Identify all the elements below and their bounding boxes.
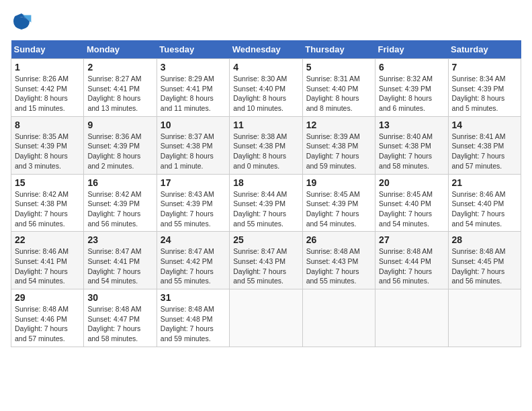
calendar-day-header: Tuesday	[157, 40, 229, 59]
calendar-cell: 5Sunrise: 8:31 AMSunset: 4:40 PMDaylight…	[302, 59, 375, 117]
calendar-cell: 21Sunrise: 8:46 AMSunset: 4:40 PMDayligh…	[448, 174, 521, 232]
calendar-day-header: Thursday	[302, 40, 375, 59]
cell-info: Sunrise: 8:45 AMSunset: 4:39 PMDaylight:…	[306, 189, 371, 229]
calendar-cell: 27Sunrise: 8:48 AMSunset: 4:44 PMDayligh…	[375, 232, 448, 289]
cell-info: Sunrise: 8:48 AMSunset: 4:46 PMDaylight:…	[15, 304, 80, 344]
cell-info: Sunrise: 8:47 AMSunset: 4:41 PMDaylight:…	[87, 246, 152, 286]
calendar-cell: 22Sunrise: 8:46 AMSunset: 4:41 PMDayligh…	[11, 232, 84, 289]
calendar-cell: 11Sunrise: 8:38 AMSunset: 4:38 PMDayligh…	[230, 116, 302, 174]
calendar-week-row: 8Sunrise: 8:35 AMSunset: 4:39 PMDaylight…	[11, 116, 521, 174]
calendar-cell: 2Sunrise: 8:27 AMSunset: 4:41 PMDaylight…	[84, 59, 157, 117]
calendar-table: SundayMondayTuesdayWednesdayThursdayFrid…	[11, 40, 521, 347]
day-number: 10	[161, 120, 226, 130]
calendar-cell: 12Sunrise: 8:39 AMSunset: 4:38 PMDayligh…	[302, 116, 375, 174]
day-number: 12	[306, 120, 371, 130]
cell-info: Sunrise: 8:34 AMSunset: 4:39 PMDaylight:…	[452, 74, 517, 113]
cell-info: Sunrise: 8:35 AMSunset: 4:39 PMDaylight:…	[15, 132, 80, 171]
cell-info: Sunrise: 8:46 AMSunset: 4:41 PMDaylight:…	[15, 246, 80, 286]
calendar-cell: 19Sunrise: 8:45 AMSunset: 4:39 PMDayligh…	[302, 174, 375, 232]
cell-info: Sunrise: 8:46 AMSunset: 4:40 PMDaylight:…	[452, 189, 517, 229]
logo	[11, 11, 35, 32]
page-container: SundayMondayTuesdayWednesdayThursdayFrid…	[11, 11, 521, 347]
cell-info: Sunrise: 8:48 AMSunset: 4:48 PMDaylight:…	[161, 304, 226, 344]
cell-info: Sunrise: 8:31 AMSunset: 4:40 PMDaylight:…	[306, 74, 371, 113]
cell-info: Sunrise: 8:26 AMSunset: 4:42 PMDaylight:…	[15, 74, 80, 113]
calendar-week-row: 1Sunrise: 8:26 AMSunset: 4:42 PMDaylight…	[11, 59, 521, 117]
day-number: 7	[452, 62, 517, 73]
calendar-cell: 4Sunrise: 8:30 AMSunset: 4:40 PMDaylight…	[230, 59, 302, 117]
day-number: 25	[233, 234, 298, 245]
day-number: 2	[87, 62, 152, 73]
cell-info: Sunrise: 8:43 AMSunset: 4:39 PMDaylight:…	[161, 189, 226, 229]
calendar-cell: 14Sunrise: 8:41 AMSunset: 4:38 PMDayligh…	[448, 116, 521, 174]
cell-info: Sunrise: 8:48 AMSunset: 4:43 PMDaylight:…	[306, 246, 371, 286]
day-number: 17	[161, 177, 226, 188]
cell-info: Sunrise: 8:30 AMSunset: 4:40 PMDaylight:…	[233, 74, 298, 113]
day-number: 31	[161, 292, 226, 303]
calendar-week-row: 15Sunrise: 8:42 AMSunset: 4:38 PMDayligh…	[11, 174, 521, 232]
calendar-cell: 1Sunrise: 8:26 AMSunset: 4:42 PMDaylight…	[11, 59, 84, 117]
calendar-cell: 6Sunrise: 8:32 AMSunset: 4:39 PMDaylight…	[375, 59, 448, 117]
calendar-cell: 30Sunrise: 8:48 AMSunset: 4:47 PMDayligh…	[84, 289, 157, 347]
cell-info: Sunrise: 8:39 AMSunset: 4:38 PMDaylight:…	[306, 132, 371, 171]
cell-info: Sunrise: 8:27 AMSunset: 4:41 PMDaylight:…	[87, 74, 152, 113]
cell-info: Sunrise: 8:37 AMSunset: 4:38 PMDaylight:…	[161, 132, 226, 171]
day-number: 3	[161, 62, 226, 73]
logo-icon	[11, 11, 32, 32]
calendar-day-header: Saturday	[448, 40, 521, 59]
day-number: 8	[15, 120, 80, 130]
calendar-cell: 25Sunrise: 8:47 AMSunset: 4:43 PMDayligh…	[230, 232, 302, 289]
cell-info: Sunrise: 8:48 AMSunset: 4:47 PMDaylight:…	[87, 304, 152, 344]
calendar-cell	[230, 289, 302, 347]
page-header	[11, 11, 521, 32]
calendar-cell	[375, 289, 448, 347]
calendar-cell: 13Sunrise: 8:40 AMSunset: 4:38 PMDayligh…	[375, 116, 448, 174]
calendar-day-header: Monday	[84, 40, 157, 59]
calendar-cell: 26Sunrise: 8:48 AMSunset: 4:43 PMDayligh…	[302, 232, 375, 289]
calendar-cell: 17Sunrise: 8:43 AMSunset: 4:39 PMDayligh…	[157, 174, 229, 232]
cell-info: Sunrise: 8:41 AMSunset: 4:38 PMDaylight:…	[452, 132, 517, 171]
calendar-cell: 23Sunrise: 8:47 AMSunset: 4:41 PMDayligh…	[84, 232, 157, 289]
day-number: 5	[306, 62, 371, 73]
calendar-cell: 29Sunrise: 8:48 AMSunset: 4:46 PMDayligh…	[11, 289, 84, 347]
calendar-cell: 18Sunrise: 8:44 AMSunset: 4:39 PMDayligh…	[230, 174, 302, 232]
calendar-cell	[302, 289, 375, 347]
cell-info: Sunrise: 8:48 AMSunset: 4:44 PMDaylight:…	[379, 246, 444, 286]
day-number: 1	[15, 62, 80, 73]
cell-info: Sunrise: 8:38 AMSunset: 4:38 PMDaylight:…	[233, 132, 298, 171]
calendar-cell: 7Sunrise: 8:34 AMSunset: 4:39 PMDaylight…	[448, 59, 521, 117]
cell-info: Sunrise: 8:36 AMSunset: 4:39 PMDaylight:…	[87, 132, 152, 171]
calendar-week-row: 22Sunrise: 8:46 AMSunset: 4:41 PMDayligh…	[11, 232, 521, 289]
calendar-cell: 28Sunrise: 8:48 AMSunset: 4:45 PMDayligh…	[448, 232, 521, 289]
day-number: 15	[15, 177, 80, 188]
cell-info: Sunrise: 8:47 AMSunset: 4:42 PMDaylight:…	[161, 246, 226, 286]
cell-info: Sunrise: 8:42 AMSunset: 4:39 PMDaylight:…	[87, 189, 152, 229]
cell-info: Sunrise: 8:48 AMSunset: 4:45 PMDaylight:…	[452, 246, 517, 286]
day-number: 26	[306, 234, 371, 245]
day-number: 30	[87, 292, 152, 303]
cell-info: Sunrise: 8:45 AMSunset: 4:40 PMDaylight:…	[379, 189, 444, 229]
calendar-day-header: Sunday	[11, 40, 84, 59]
day-number: 13	[379, 120, 444, 130]
calendar-cell: 9Sunrise: 8:36 AMSunset: 4:39 PMDaylight…	[84, 116, 157, 174]
calendar-cell: 24Sunrise: 8:47 AMSunset: 4:42 PMDayligh…	[157, 232, 229, 289]
day-number: 22	[15, 234, 80, 245]
calendar-cell: 3Sunrise: 8:29 AMSunset: 4:41 PMDaylight…	[157, 59, 229, 117]
calendar-cell: 10Sunrise: 8:37 AMSunset: 4:38 PMDayligh…	[157, 116, 229, 174]
calendar-day-header: Wednesday	[230, 40, 302, 59]
day-number: 20	[379, 177, 444, 188]
day-number: 28	[452, 234, 517, 245]
calendar-day-header: Friday	[375, 40, 448, 59]
day-number: 9	[87, 120, 152, 130]
calendar-header-row: SundayMondayTuesdayWednesdayThursdayFrid…	[11, 40, 521, 59]
cell-info: Sunrise: 8:32 AMSunset: 4:39 PMDaylight:…	[379, 74, 444, 113]
cell-info: Sunrise: 8:44 AMSunset: 4:39 PMDaylight:…	[233, 189, 298, 229]
cell-info: Sunrise: 8:42 AMSunset: 4:38 PMDaylight:…	[15, 189, 80, 229]
calendar-cell: 20Sunrise: 8:45 AMSunset: 4:40 PMDayligh…	[375, 174, 448, 232]
calendar-cell: 16Sunrise: 8:42 AMSunset: 4:39 PMDayligh…	[84, 174, 157, 232]
day-number: 21	[452, 177, 517, 188]
day-number: 24	[161, 234, 226, 245]
calendar-cell: 31Sunrise: 8:48 AMSunset: 4:48 PMDayligh…	[157, 289, 229, 347]
calendar-cell	[448, 289, 521, 347]
day-number: 14	[452, 120, 517, 130]
